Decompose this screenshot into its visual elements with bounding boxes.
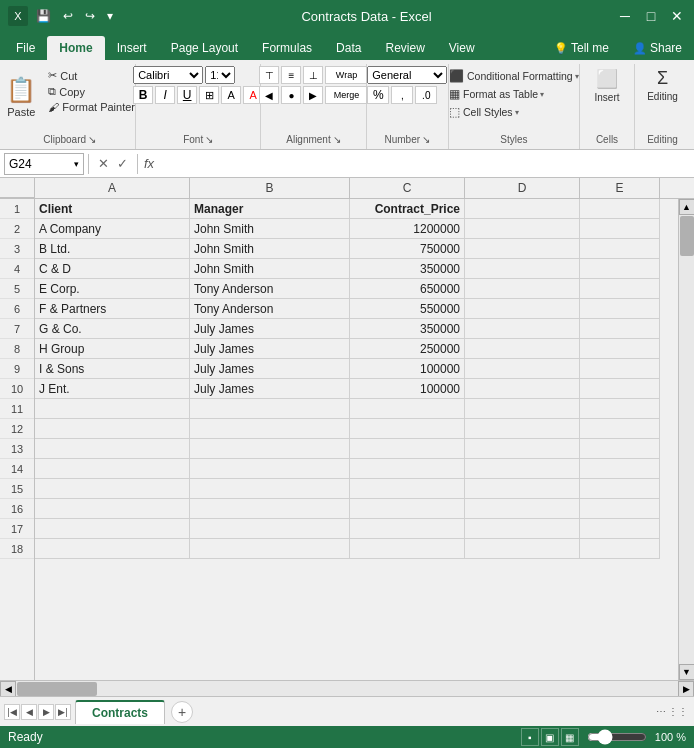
cell-b-6[interactable]: Tony Anderson bbox=[190, 299, 350, 319]
row-number-17[interactable]: 17 bbox=[0, 519, 34, 539]
cell-d-3[interactable] bbox=[465, 239, 580, 259]
cell-d-11[interactable] bbox=[465, 399, 580, 419]
cell-a-18[interactable] bbox=[35, 539, 190, 559]
col-header-d[interactable]: D bbox=[465, 178, 580, 198]
cell-d-17[interactable] bbox=[465, 519, 580, 539]
copy-button[interactable]: ⧉ Copy bbox=[44, 84, 139, 99]
cell-a-14[interactable] bbox=[35, 459, 190, 479]
row-number-11[interactable]: 11 bbox=[0, 399, 34, 419]
cell-d-10[interactable] bbox=[465, 379, 580, 399]
cell-a-11[interactable] bbox=[35, 399, 190, 419]
cell-c-13[interactable] bbox=[350, 439, 465, 459]
cell-b-1[interactable]: Manager bbox=[190, 199, 350, 219]
wrap-text-button[interactable]: Wrap bbox=[325, 66, 367, 84]
cell-b-11[interactable] bbox=[190, 399, 350, 419]
align-right-button[interactable]: ▶ bbox=[303, 86, 323, 104]
tab-page-layout[interactable]: Page Layout bbox=[159, 36, 250, 60]
cell-c-10[interactable]: 100000 bbox=[350, 379, 465, 399]
sheet-nav-last[interactable]: ▶| bbox=[55, 704, 71, 720]
cell-a-9[interactable]: I & Sons bbox=[35, 359, 190, 379]
comma-button[interactable]: , bbox=[391, 86, 413, 104]
cell-e-5[interactable] bbox=[580, 279, 660, 299]
tab-tell-me[interactable]: 💡 Tell me bbox=[542, 36, 621, 60]
cell-a-10[interactable]: J Ent. bbox=[35, 379, 190, 399]
cell-c-3[interactable]: 750000 bbox=[350, 239, 465, 259]
scroll-track-h[interactable] bbox=[16, 681, 678, 696]
cell-e-13[interactable] bbox=[580, 439, 660, 459]
save-qat-btn[interactable]: 💾 bbox=[32, 7, 55, 25]
cell-d-7[interactable] bbox=[465, 319, 580, 339]
conditional-formatting-button[interactable]: ⬛ Conditional Formatting ▾ bbox=[445, 68, 583, 84]
cell-b-2[interactable]: John Smith bbox=[190, 219, 350, 239]
cell-d-14[interactable] bbox=[465, 459, 580, 479]
row-number-15[interactable]: 15 bbox=[0, 479, 34, 499]
cell-e-4[interactable] bbox=[580, 259, 660, 279]
cell-c-4[interactable]: 350000 bbox=[350, 259, 465, 279]
row-number-3[interactable]: 3 bbox=[0, 239, 34, 259]
autosum-button[interactable]: Σ Editing bbox=[641, 66, 684, 104]
underline-button[interactable]: U bbox=[177, 86, 197, 104]
zoom-slider[interactable] bbox=[587, 729, 647, 745]
formula-input[interactable] bbox=[160, 157, 694, 171]
col-header-b[interactable]: B bbox=[190, 178, 350, 198]
cell-a-12[interactable] bbox=[35, 419, 190, 439]
row-number-9[interactable]: 9 bbox=[0, 359, 34, 379]
cell-a-8[interactable]: H Group bbox=[35, 339, 190, 359]
cell-e-14[interactable] bbox=[580, 459, 660, 479]
cell-c-1[interactable]: Contract_Price bbox=[350, 199, 465, 219]
cell-styles-button[interactable]: ⬚ Cell Styles ▾ bbox=[445, 104, 583, 120]
paste-button[interactable]: 📋 Paste bbox=[0, 66, 42, 128]
cell-d-6[interactable] bbox=[465, 299, 580, 319]
close-button[interactable]: ✕ bbox=[668, 7, 686, 25]
tab-share[interactable]: 👤 Share bbox=[621, 36, 694, 60]
tab-review[interactable]: Review bbox=[373, 36, 436, 60]
cell-b-18[interactable] bbox=[190, 539, 350, 559]
cell-c-15[interactable] bbox=[350, 479, 465, 499]
maximize-button[interactable]: □ bbox=[642, 7, 660, 25]
qat-dropdown[interactable]: ▾ bbox=[103, 7, 117, 25]
cell-a-17[interactable] bbox=[35, 519, 190, 539]
align-top-button[interactable]: ⊤ bbox=[259, 66, 279, 84]
cell-c-17[interactable] bbox=[350, 519, 465, 539]
redo-qat-btn[interactable]: ↪ bbox=[81, 7, 99, 25]
cell-c-5[interactable]: 650000 bbox=[350, 279, 465, 299]
row-number-5[interactable]: 5 bbox=[0, 279, 34, 299]
bold-button[interactable]: B bbox=[133, 86, 153, 104]
sheet-nav-next[interactable]: ▶ bbox=[38, 704, 54, 720]
tab-file[interactable]: File bbox=[4, 36, 47, 60]
cell-b-16[interactable] bbox=[190, 499, 350, 519]
cell-d-12[interactable] bbox=[465, 419, 580, 439]
normal-view-button[interactable]: ▪ bbox=[521, 728, 539, 746]
sheet-tab-contracts[interactable]: Contracts bbox=[75, 700, 165, 724]
cell-d-4[interactable] bbox=[465, 259, 580, 279]
cell-c-6[interactable]: 550000 bbox=[350, 299, 465, 319]
cell-a-3[interactable]: B Ltd. bbox=[35, 239, 190, 259]
format-as-table-button[interactable]: ▦ Format as Table ▾ bbox=[445, 86, 583, 102]
cell-e-11[interactable] bbox=[580, 399, 660, 419]
merge-button[interactable]: Merge bbox=[325, 86, 367, 104]
cell-b-9[interactable]: July James bbox=[190, 359, 350, 379]
font-family-select[interactable]: Calibri bbox=[133, 66, 203, 84]
cell-b-5[interactable]: Tony Anderson bbox=[190, 279, 350, 299]
cell-d-16[interactable] bbox=[465, 499, 580, 519]
cell-e-1[interactable] bbox=[580, 199, 660, 219]
cell-c-2[interactable]: 1200000 bbox=[350, 219, 465, 239]
scroll-track-v[interactable] bbox=[679, 215, 694, 664]
cell-e-7[interactable] bbox=[580, 319, 660, 339]
align-left-button[interactable]: ◀ bbox=[259, 86, 279, 104]
cell-b-3[interactable]: John Smith bbox=[190, 239, 350, 259]
cell-a-13[interactable] bbox=[35, 439, 190, 459]
cut-button[interactable]: ✂ Cut bbox=[44, 68, 139, 83]
border-button[interactable]: ⊞ bbox=[199, 86, 219, 104]
cell-e-15[interactable] bbox=[580, 479, 660, 499]
cell-d-18[interactable] bbox=[465, 539, 580, 559]
italic-button[interactable]: I bbox=[155, 86, 175, 104]
cell-a-6[interactable]: F & Partners bbox=[35, 299, 190, 319]
row-number-7[interactable]: 7 bbox=[0, 319, 34, 339]
cell-a-1[interactable]: Client bbox=[35, 199, 190, 219]
cell-c-18[interactable] bbox=[350, 539, 465, 559]
scroll-left-button[interactable]: ◀ bbox=[0, 681, 16, 697]
cell-a-15[interactable] bbox=[35, 479, 190, 499]
row-number-14[interactable]: 14 bbox=[0, 459, 34, 479]
horizontal-scrollbar[interactable]: ◀ ▶ bbox=[0, 680, 694, 696]
